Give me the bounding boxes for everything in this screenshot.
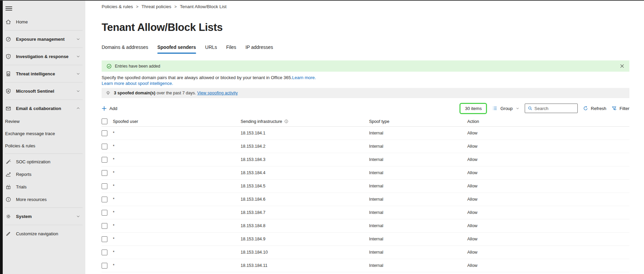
divider: [5, 99, 83, 100]
sidebar-item-exposure-management[interactable]: Exposure management: [3, 32, 85, 46]
success-banner: Entries have been added: [102, 60, 629, 72]
chevron-down-icon: [76, 54, 81, 59]
row-checkbox[interactable]: [102, 170, 107, 176]
column-header-spoof-type[interactable]: Spoof type: [369, 119, 467, 124]
divider: [5, 30, 83, 31]
breadcrumb-policies-rules[interactable]: Policies & rules: [102, 4, 133, 9]
row-checkbox[interactable]: [102, 130, 107, 136]
row-checkbox[interactable]: [102, 250, 107, 255]
tab-urls[interactable]: URLs: [205, 44, 217, 54]
insight-text: 3 spoofed domain(s) over the past 7 days…: [114, 91, 238, 95]
table-row[interactable]: * 18.153.184.8 Internal Allow: [102, 219, 629, 233]
info-icon[interactable]: [284, 119, 289, 124]
items-count: 30 items: [465, 106, 482, 111]
breadcrumb-separator: >: [174, 4, 177, 9]
sidebar-item-policies-rules[interactable]: Policies & rules: [3, 140, 85, 152]
tab-ip-addresses[interactable]: IP addresses: [245, 44, 273, 54]
gear-icon: [5, 213, 12, 220]
table-row[interactable]: * 18.153.184.5 Internal Allow: [102, 180, 629, 193]
sidebar: Home Exposure management Investigation &…: [3, 1, 85, 274]
main-content: Policies & rules > Threat policies > Ten…: [85, 1, 644, 274]
hamburger-menu-icon[interactable]: [5, 5, 12, 12]
breadcrumb-separator: >: [136, 4, 138, 9]
row-checkbox[interactable]: [102, 210, 107, 216]
spoof-intelligence-link[interactable]: Learn more about spoof intelligence.: [102, 81, 173, 86]
column-header-sending-infrastructure[interactable]: Sending infrastructure: [241, 119, 282, 124]
group-button[interactable]: Group: [492, 106, 519, 111]
row-checkbox[interactable]: [102, 183, 107, 189]
mail-icon: [5, 105, 12, 112]
table-row[interactable]: * 18.153.184.1 Internal Allow: [102, 127, 629, 140]
tab-domains-addresses[interactable]: Domains & addresses: [102, 44, 148, 54]
learn-more-link[interactable]: Learn more.: [292, 75, 316, 80]
highlight-annotation: 30 items: [459, 103, 487, 114]
sidebar-item-reports[interactable]: Reports: [3, 168, 85, 181]
sidebar-item-trials[interactable]: Trials: [3, 181, 85, 193]
column-header-spoofed-user[interactable]: Spoofed user: [113, 119, 241, 124]
row-checkbox[interactable]: [102, 157, 107, 163]
row-checkbox[interactable]: [102, 236, 107, 242]
add-button[interactable]: Add: [102, 106, 117, 111]
table-row[interactable]: * 18.153.184.7 Internal Allow: [102, 206, 629, 219]
filter-button[interactable]: Filter: [611, 106, 629, 111]
table-row[interactable]: * 18.153.184.11 Internal Allow: [102, 259, 629, 272]
table-row[interactable]: * 18.153.184.2 Internal Allow: [102, 140, 629, 153]
search-input[interactable]: [535, 106, 572, 111]
sidebar-item-exchange-message-trace[interactable]: Exchange message trace: [3, 127, 85, 140]
divider: [5, 207, 83, 208]
divider: [5, 225, 83, 225]
filter-icon: [611, 106, 617, 111]
page-description: Specify the spoofed domain pairs that ar…: [102, 75, 629, 86]
column-header-action[interactable]: Action: [467, 119, 629, 124]
spoofed-senders-table: Spoofed user Sending infrastructure Spoo…: [102, 116, 629, 272]
divider: [5, 48, 83, 48]
chevron-down-icon: [76, 71, 81, 76]
insight-bar: 3 spoofed domain(s) over the past 7 days…: [102, 88, 629, 98]
tab-files[interactable]: Files: [226, 44, 237, 54]
sidebar-item-threat-intelligence[interactable]: Threat intelligence: [3, 67, 85, 80]
sidebar-item-customize-navigation[interactable]: Customize navigation: [3, 227, 85, 240]
select-all-checkbox[interactable]: [102, 118, 107, 124]
row-checkbox[interactable]: [102, 144, 107, 149]
sentinel-shield-eye-icon: [5, 88, 12, 95]
view-spoofing-activity-link[interactable]: View spoofing activity: [197, 91, 238, 95]
tab-spoofed-senders[interactable]: Spoofed senders: [157, 44, 196, 54]
table-row[interactable]: * 18.153.184.10 Internal Allow: [102, 246, 629, 259]
sidebar-item-home[interactable]: Home: [3, 15, 85, 29]
sidebar-item-more-resources[interactable]: More resources: [3, 193, 85, 206]
lightbulb-icon: [105, 90, 111, 96]
row-checkbox[interactable]: [102, 263, 107, 269]
banner-message: Entries have been added: [115, 64, 160, 69]
breadcrumb-threat-policies[interactable]: Threat policies: [141, 4, 171, 9]
table-row[interactable]: * 18.153.184.4 Internal Allow: [102, 166, 629, 180]
sidebar-item-review[interactable]: Review: [3, 115, 85, 127]
refresh-button[interactable]: Refresh: [583, 106, 607, 111]
sidebar-item-investigation-response[interactable]: Investigation & response: [3, 50, 85, 63]
row-checkbox[interactable]: [102, 197, 107, 202]
sidebar-item-soc-optimization[interactable]: SOC optimization: [3, 156, 85, 168]
page-title: Tenant Allow/Block Lists: [102, 21, 629, 34]
tab-bar: Domains & addresses Spoofed senders URLs…: [102, 44, 629, 54]
sidebar-item-email-collaboration[interactable]: Email & collaboration: [3, 102, 85, 115]
search-box[interactable]: [525, 104, 578, 113]
breadcrumb: Policies & rules > Threat policies > Ten…: [102, 4, 629, 9]
close-icon[interactable]: [619, 63, 625, 69]
threat-intelligence-icon: [5, 70, 12, 77]
plus-icon: [102, 106, 107, 111]
table-row[interactable]: * 18.153.184.3 Internal Allow: [102, 153, 629, 166]
reports-chart-icon: [5, 171, 12, 178]
chevron-down-icon: [76, 214, 81, 219]
info-circle-icon: [5, 196, 12, 203]
chevron-up-icon: [76, 106, 81, 111]
divider: [5, 153, 83, 154]
chevron-down-icon: [76, 89, 81, 93]
table-row[interactable]: * 18.153.184.9 Internal Allow: [102, 233, 629, 246]
group-list-icon: [492, 106, 498, 111]
search-icon: [528, 106, 533, 111]
sidebar-item-system[interactable]: System: [3, 209, 85, 223]
sidebar-item-microsoft-sentinel[interactable]: Microsoft Sentinel: [3, 84, 85, 98]
divider: [5, 65, 83, 65]
row-checkbox[interactable]: [102, 223, 107, 229]
table-row[interactable]: * 18.153.184.6 Internal Allow: [102, 193, 629, 206]
chevron-down-icon: [516, 106, 520, 110]
